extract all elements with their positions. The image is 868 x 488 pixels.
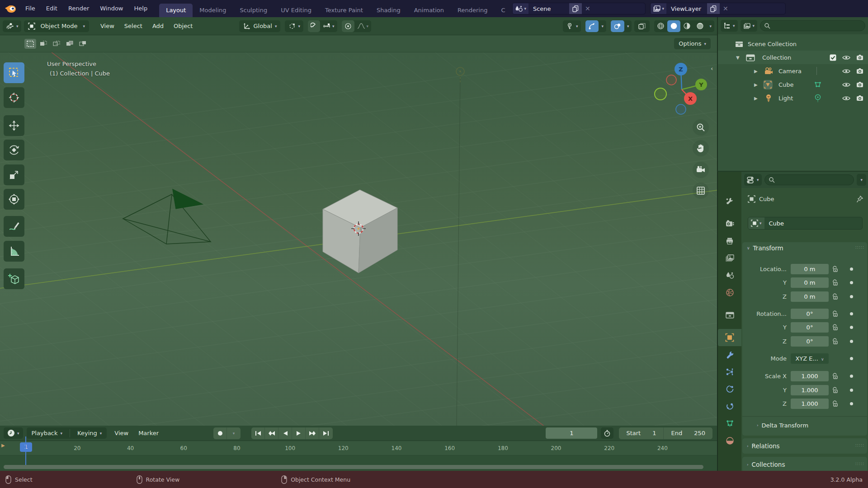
collections-panel-header[interactable]: › Collections xyxy=(747,459,785,470)
location-z-field[interactable]: 0 m xyxy=(791,291,829,302)
lock-open-icon[interactable] xyxy=(832,400,838,407)
rotation-mode-dropdown[interactable]: XYZ E... ∨ xyxy=(791,353,829,364)
end-frame-field[interactable]: End 250 xyxy=(663,427,712,439)
menu-playback[interactable]: Playback ▾ xyxy=(27,430,68,436)
visibility-dropdown[interactable]: ▾ xyxy=(563,20,581,32)
hide-eye-icon[interactable] xyxy=(842,82,850,88)
tool-rotate[interactable] xyxy=(4,140,24,160)
select-mode-subtract[interactable] xyxy=(51,39,62,49)
tab-modeling[interactable]: Modeling xyxy=(193,4,233,17)
menu-help[interactable]: Help xyxy=(129,0,153,17)
show-overlays-toggle[interactable] xyxy=(611,20,624,32)
disable-render-camera-icon[interactable] xyxy=(856,54,863,61)
next-keyframe-button[interactable] xyxy=(306,427,319,439)
panel-drag-handle[interactable]: ::::: xyxy=(855,461,864,466)
start-frame-field[interactable]: Start 1 xyxy=(619,427,663,439)
disable-render-camera-icon[interactable] xyxy=(856,81,863,88)
menu-render[interactable]: Render xyxy=(63,0,94,17)
scene-unlink-button[interactable]: ✕ xyxy=(582,5,594,12)
location-y-field[interactable]: 0 m xyxy=(791,277,829,288)
animate-dot[interactable] xyxy=(850,326,853,329)
row-light[interactable]: ▶ Light xyxy=(718,91,868,105)
relations-panel-header[interactable]: › Relations xyxy=(747,441,780,451)
use-preview-range-button[interactable] xyxy=(601,427,613,439)
tab-shading[interactable]: Shading xyxy=(370,4,407,17)
timeline-ruler[interactable]: 2040 6080 100120 140160 180200 220240 1 xyxy=(0,441,717,455)
menu-view[interactable]: View xyxy=(95,23,119,29)
location-x-field[interactable]: 0 m xyxy=(791,264,829,274)
scene-copy-button[interactable] xyxy=(569,3,582,14)
scale-z-field[interactable]: 1.000 xyxy=(791,399,829,409)
tab-scene[interactable] xyxy=(718,267,741,284)
row-camera[interactable]: ▶ Camera xyxy=(718,64,868,78)
transform-panel-header[interactable]: ∨ Transform xyxy=(747,243,783,253)
camera-view-button[interactable] xyxy=(693,162,709,178)
toggle-ortho-button[interactable] xyxy=(693,183,709,199)
tool-annotate[interactable] xyxy=(4,216,24,237)
auto-key-dropdown[interactable]: ▾ xyxy=(227,427,241,439)
pivot-point-dropdown[interactable]: ▾ xyxy=(285,20,303,32)
editor-type-button[interactable]: ▾ xyxy=(3,20,21,32)
tab-world[interactable] xyxy=(718,284,741,301)
cube-object[interactable] xyxy=(323,190,397,273)
disclosure-triangle-icon[interactable]: ▶ xyxy=(754,96,758,101)
tab-object[interactable] xyxy=(718,329,741,346)
nav-axis-gizmo[interactable]: Z Y X xyxy=(655,63,707,114)
overlays-dropdown[interactable]: ▾ xyxy=(624,20,632,32)
tool-transform[interactable] xyxy=(4,189,24,210)
tab-object-data[interactable] xyxy=(718,415,741,432)
tab-animation[interactable]: Animation xyxy=(407,4,451,17)
panel-drag-handle[interactable]: ::::: xyxy=(855,443,864,447)
viewport-canvas[interactable]: Z Y X User Perspective (1) Collection | … xyxy=(0,52,717,426)
play-reverse-button[interactable] xyxy=(278,427,292,439)
animate-dot[interactable] xyxy=(850,375,853,378)
menu-marker[interactable]: Marker xyxy=(133,430,164,436)
lock-open-icon[interactable] xyxy=(832,373,838,380)
tab-particles[interactable] xyxy=(718,363,741,380)
menu-object[interactable]: Object xyxy=(169,23,198,29)
outliner-search[interactable] xyxy=(760,20,865,31)
row-collection[interactable]: ▼ Collection xyxy=(718,51,868,64)
rotation-z-field[interactable]: 0° xyxy=(791,336,829,347)
shading-solid-button[interactable] xyxy=(667,20,680,32)
properties-options-dropdown[interactable]: ▾ xyxy=(857,174,866,186)
current-frame-field[interactable]: 1 xyxy=(546,427,597,439)
tab-view-layer[interactable] xyxy=(718,249,741,267)
falloff-dropdown[interactable]: ▾ xyxy=(354,20,372,32)
lock-open-icon[interactable] xyxy=(832,324,838,331)
timeline-editor-type-button[interactable]: ▾ xyxy=(4,427,23,439)
tab-modifiers[interactable] xyxy=(718,346,741,363)
lock-open-icon[interactable] xyxy=(832,310,838,317)
properties-search[interactable] xyxy=(764,174,854,185)
select-mode-extend[interactable] xyxy=(38,39,49,49)
select-mode-intersect[interactable] xyxy=(77,39,89,49)
outliner-editor-type-button[interactable]: ▾ xyxy=(721,20,738,32)
menu-file[interactable]: File xyxy=(20,0,41,17)
lock-open-icon[interactable] xyxy=(832,387,838,394)
animate-dot[interactable] xyxy=(850,340,853,343)
shading-material-button[interactable] xyxy=(680,20,693,32)
transform-orientation-dropdown[interactable]: Global ▾ xyxy=(239,20,280,32)
tab-output[interactable] xyxy=(718,232,741,249)
timeline-expand-arrow[interactable]: ▶ xyxy=(1,443,5,448)
tool-move[interactable] xyxy=(4,115,24,136)
scale-y-field[interactable]: 1.000 xyxy=(791,385,829,395)
zoom-button[interactable] xyxy=(693,119,709,136)
animate-dot[interactable] xyxy=(850,295,853,298)
view-layer-copy-button[interactable] xyxy=(707,3,720,14)
tab-layout[interactable]: Layout xyxy=(159,4,193,17)
timeline-track[interactable] xyxy=(0,456,717,463)
tab-compositing-cut[interactable]: C xyxy=(494,4,508,17)
jump-to-start-button[interactable] xyxy=(251,427,265,439)
show-gizmos-toggle[interactable] xyxy=(585,20,599,32)
shading-rendered-button[interactable] xyxy=(693,20,707,32)
tab-material[interactable] xyxy=(718,432,741,449)
menu-view[interactable]: View xyxy=(109,430,133,436)
disclosure-triangle-icon[interactable]: ▶ xyxy=(754,82,758,87)
select-mode-new[interactable] xyxy=(24,39,36,49)
tool-add-cube[interactable] xyxy=(4,268,24,289)
tool-cursor[interactable] xyxy=(4,87,24,108)
animate-dot[interactable] xyxy=(850,389,853,392)
view-layer-name[interactable]: ViewLayer xyxy=(666,5,707,12)
checkbox-icon[interactable] xyxy=(830,54,836,61)
